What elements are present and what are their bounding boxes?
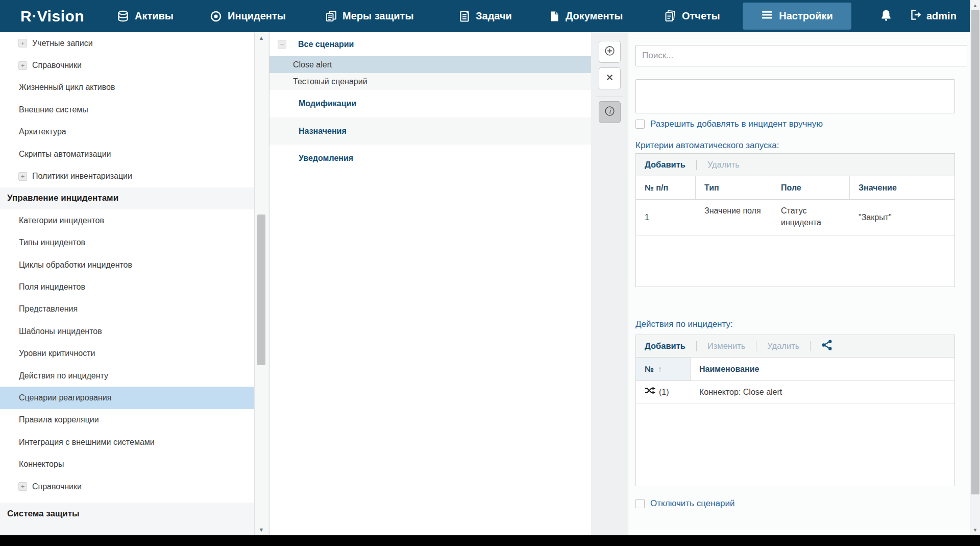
- sidebar-item-incident-actions[interactable]: Действия по инциденту: [0, 365, 254, 387]
- sidebar-label: Уровни критичности: [19, 349, 95, 358]
- sidebar-item-response-scenarios[interactable]: Сценарии реагирования: [0, 387, 254, 409]
- tree-root-all-scenarios[interactable]: − Все сценарии: [270, 32, 591, 56]
- page-scrollbar[interactable]: ▲ ▼: [970, 0, 980, 535]
- tree-item-modifications[interactable]: Модификации: [270, 90, 591, 117]
- actions-add-button[interactable]: Добавить: [645, 341, 685, 351]
- sidebar-item-inventory-policies[interactable]: + Политики инвентаризации: [0, 165, 254, 187]
- nav-item-settings-active[interactable]: Настройки: [743, 3, 851, 30]
- nav-item-tasks[interactable]: Задачи: [458, 0, 512, 32]
- sidebar-section-incident-management: Управление инцидентами: [0, 187, 254, 209]
- expand-plus-icon[interactable]: +: [18, 482, 27, 491]
- task-list-icon: [458, 10, 471, 22]
- checkbox-icon[interactable]: [635, 499, 645, 508]
- sidebar-item-incident-fields[interactable]: Поля инцидентов: [0, 276, 254, 298]
- delete-scenario-button[interactable]: [599, 67, 621, 89]
- nav-item-assets[interactable]: Активы: [116, 0, 174, 32]
- collapse-minus-icon[interactable]: −: [278, 40, 286, 49]
- nav-label: Активы: [135, 10, 174, 22]
- close-icon: [605, 73, 614, 84]
- toolbar-divider: [810, 341, 811, 351]
- actions-delete-button[interactable]: Удалить: [767, 341, 799, 351]
- column-header[interactable]: Значение: [850, 176, 954, 199]
- expand-plus-icon[interactable]: +: [18, 39, 27, 48]
- nav-label: Документы: [566, 10, 623, 22]
- add-scenario-button[interactable]: [599, 41, 621, 63]
- page-scrollbar-thumb[interactable]: [971, 10, 979, 494]
- column-header-number-sorted[interactable]: № ↑: [636, 358, 691, 381]
- criteria-delete-button[interactable]: Удалить: [707, 160, 740, 170]
- logout-user-button[interactable]: admin: [909, 0, 957, 32]
- nav-label: Задачи: [476, 10, 512, 22]
- plus-circle-icon: [604, 45, 615, 58]
- tree-label: Назначения: [299, 127, 347, 136]
- notifications-bell-button[interactable]: [879, 0, 893, 32]
- disable-scenario-checkbox[interactable]: Отключить сценарий: [635, 498, 734, 509]
- sidebar-item-asset-lifecycle[interactable]: Жизненный цикл активов: [0, 77, 254, 99]
- sidebar-item-accounts[interactable]: + Учетные записи: [0, 32, 254, 54]
- sidebar-label: Жизненный цикл активов: [19, 83, 115, 92]
- sort-ascending-icon: ↑: [658, 365, 662, 374]
- nav-item-countermeasures[interactable]: Меры защиты: [325, 0, 413, 32]
- document-icon: [548, 10, 560, 22]
- search-input[interactable]: [635, 45, 967, 66]
- sidebar-item-incident-templates[interactable]: Шаблоны инцидентов: [0, 320, 254, 342]
- cell-number: 1: [636, 206, 696, 228]
- sidebar-scrollbar-thumb[interactable]: [257, 215, 265, 365]
- actions-edit-button[interactable]: Изменить: [707, 341, 745, 351]
- sidebar-item-external-systems[interactable]: Внешние системы: [0, 99, 254, 121]
- sidebar-item-architecture[interactable]: Архитектура: [0, 121, 254, 143]
- checkbox-icon[interactable]: [635, 120, 645, 129]
- scenario-tree-panel: − Все сценарии Close alert Тестовый сцен…: [269, 32, 591, 535]
- expand-plus-icon[interactable]: +: [18, 61, 27, 70]
- nav-item-documents[interactable]: Документы: [548, 0, 623, 32]
- bell-icon: [879, 8, 893, 25]
- scroll-down-icon[interactable]: ▼: [970, 527, 980, 533]
- top-navbar: R·Vision Активы: [0, 0, 970, 32]
- nav-item-incidents[interactable]: Инциденты: [209, 0, 286, 32]
- sidebar-item-incident-categories[interactable]: Категории инцидентов: [0, 209, 254, 231]
- allow-manual-add-checkbox[interactable]: Разрешить добавлять в инцидент вручную: [635, 119, 823, 129]
- actions-flow-button[interactable]: [821, 339, 833, 353]
- tree-item-close-alert[interactable]: Close alert: [270, 56, 591, 73]
- svg-text:i: i: [608, 107, 611, 115]
- share-icon: [821, 339, 833, 353]
- tree-item-test-scenario[interactable]: Тестовый сценарий: [270, 73, 591, 90]
- nav-label: Инциденты: [228, 10, 286, 22]
- tree-item-assignments[interactable]: Назначения: [270, 117, 591, 145]
- sidebar-item-correlation-rules[interactable]: Правила корреляции: [0, 409, 254, 431]
- scroll-up-icon[interactable]: ▲: [255, 35, 268, 41]
- scroll-up-icon[interactable]: ▲: [970, 3, 980, 8]
- sidebar-item-connectors[interactable]: Коннекторы: [0, 453, 254, 475]
- sidebar-item-incident-types[interactable]: Типы инцидентов: [0, 232, 254, 254]
- cell-field: Статус инцидента: [772, 200, 850, 235]
- sidebar-label: Правила корреляции: [19, 415, 99, 424]
- screen: R·Vision Активы: [0, 0, 980, 546]
- checkbox-label: Отключить сценарий: [650, 498, 734, 509]
- scroll-down-icon[interactable]: ▼: [255, 527, 268, 533]
- cell-type: Значение поля: [696, 200, 772, 235]
- column-header[interactable]: Поле: [772, 176, 850, 199]
- expand-plus-icon[interactable]: +: [18, 172, 27, 181]
- scenario-description-field[interactable]: [635, 79, 955, 113]
- criteria-add-button[interactable]: Добавить: [645, 160, 685, 170]
- sidebar-scrollbar[interactable]: ▲ ▼: [254, 32, 268, 535]
- cell-value: "Закрыт": [850, 206, 954, 228]
- criteria-toolbar: Добавить Удалить: [636, 154, 954, 176]
- sidebar-item-severity-levels[interactable]: Уровни критичности: [0, 342, 254, 364]
- sidebar-item-external-integration[interactable]: Интеграция с внешними системами: [0, 431, 254, 453]
- actions-table-row[interactable]: (1) Коннектор: Close alert: [636, 381, 954, 404]
- tree-item-notifications[interactable]: Уведомления: [270, 145, 591, 172]
- sidebar-item-views[interactable]: Представления: [0, 298, 254, 320]
- tree-label: Все сценарии: [298, 40, 354, 49]
- sidebar-item-automation-scripts[interactable]: Скрипты автоматизации: [0, 143, 254, 165]
- column-header[interactable]: Наименование: [691, 358, 954, 381]
- sidebar-item-directories[interactable]: + Справочники: [0, 54, 254, 76]
- scenario-info-button[interactable]: i: [599, 101, 621, 123]
- sidebar-item-incident-workflows[interactable]: Циклы обработки инцидентов: [0, 254, 254, 276]
- column-header[interactable]: № п/п: [636, 176, 696, 199]
- criteria-table-row[interactable]: 1 Значение поля Статус инцидента "Закрыт…: [636, 200, 954, 236]
- sidebar-item-directories-2[interactable]: + Справочники: [0, 476, 254, 497]
- nav-item-reports[interactable]: Отчеты: [664, 0, 720, 32]
- app-window: R·Vision Активы: [0, 0, 980, 535]
- column-header[interactable]: Тип: [696, 176, 772, 199]
